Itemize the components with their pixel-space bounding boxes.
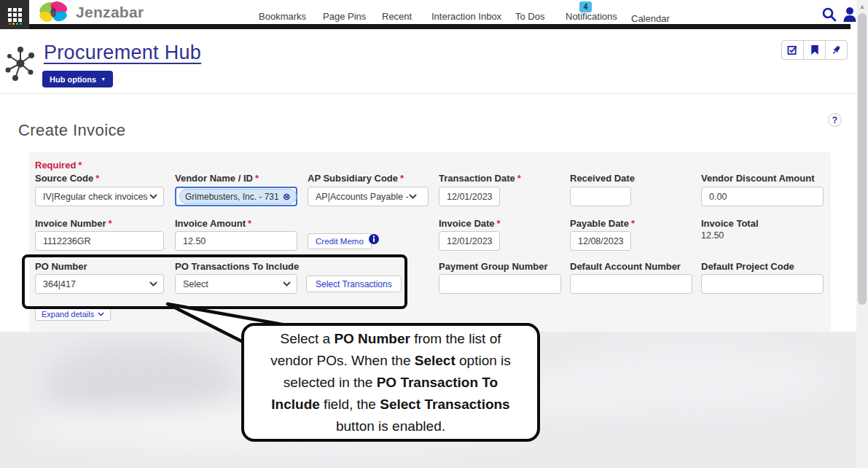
section-title: Create Invoice [18,121,125,140]
chevron-down-icon [149,194,157,199]
grid-icon [8,8,22,22]
bookmark-icon [810,44,819,55]
invoice-date-label: Invoice Date* [439,218,501,229]
chevron-down-icon [409,194,417,199]
scroll-up-button[interactable]: ▲ [856,1,868,12]
brand-logo[interactable]: Jenzabar [35,0,144,24]
payment-group-input[interactable] [439,274,561,294]
chevron-down-icon: ▼ [101,77,106,82]
hub-options-button[interactable]: Hub options ▼ [42,71,113,87]
chevron-down-icon [98,312,104,316]
check-square-icon [787,44,798,55]
header-black-bar [0,24,851,29]
butterfly-icon [35,1,73,24]
header-divider [0,93,856,94]
person-icon [842,6,857,23]
received-date-input[interactable] [570,187,631,206]
chevron-down-icon [283,281,291,286]
invoice-amount-label: Invoice Amount* [175,218,251,229]
invoice-number-label: Invoice Number* [35,218,112,229]
payable-date-input[interactable] [570,231,631,251]
grid-color-dots [9,23,22,25]
vendor-discount-input[interactable] [701,187,824,206]
source-code-select[interactable]: IV|Regular check invoices [35,187,164,206]
po-number-label: PO Number [35,261,87,272]
hub-options-label: Hub options [50,75,96,84]
credit-memo-button[interactable]: Credit Memo [308,233,372,249]
ap-subsidiary-select[interactable]: AP|Accounts Payable - Pr [308,187,429,206]
nav-bookmarks[interactable]: Bookmarks [259,11,306,22]
payable-date-label: Payable Date* [570,218,635,229]
default-project-input[interactable] [701,274,824,294]
invoice-total-value: 12.50 [701,230,724,241]
po-number-select[interactable]: 364|417 [35,274,164,294]
search-icon [821,7,837,23]
callout-bubble: Select a PO Number from the list of vend… [241,323,540,442]
source-code-label: Source Code* [35,173,99,184]
jenzabar-procurement-page: Jenzabar Bookmarks Page Pins Recent Inte… [0,0,868,468]
chevron-down-icon [149,281,157,286]
po-transactions-select[interactable]: Select [175,274,297,294]
app-launcher-button[interactable] [0,0,29,29]
callout-text: Select a PO Number from the list of vend… [244,324,537,442]
info-icon [369,234,379,244]
invoice-total-label: Invoice Total [701,218,759,229]
account-button[interactable] [842,6,857,26]
expand-details-label: Expand details [42,310,94,319]
vendor-chip: Grimebusters, Inc. - 731 ⊗ [179,189,297,204]
chip-remove-button[interactable]: ⊗ [283,192,291,201]
nav-calendar[interactable]: Calendar [631,13,670,24]
hub-icon [4,44,36,83]
search-button[interactable] [821,7,837,26]
vendor-discount-label: Vendor Discount Amount [701,173,815,184]
po-transactions-label: PO Transactions To Include [175,261,299,272]
select-transactions-button[interactable]: Select Transactions [306,276,402,292]
help-button[interactable]: ? [828,113,842,127]
tasks-button[interactable] [781,40,804,60]
nav-page-pins[interactable]: Page Pins [323,11,366,22]
received-date-label: Received Date [570,173,635,184]
nav-interaction-inbox[interactable]: Interaction Inbox [431,11,501,22]
expand-details-button[interactable]: Expand details [35,307,111,321]
default-account-input[interactable] [570,274,692,294]
transaction-date-input[interactable] [439,187,500,206]
vendor-input[interactable]: Grimebusters, Inc. - 731 ⊗ [175,187,297,206]
invoice-date-input[interactable] [439,231,500,251]
brand-text: Jenzabar [76,4,144,21]
ap-subsidiary-label: AP Subsidiary Code* [308,173,404,184]
hub-title-link[interactable]: Procurement Hub [44,42,201,64]
invoice-number-input[interactable] [35,231,164,251]
payment-group-label: Payment Group Number [439,261,548,272]
default-account-label: Default Account Number [570,261,681,272]
nav-recent[interactable]: Recent [382,11,412,22]
pin-button[interactable] [825,40,848,60]
required-note: Required* [35,160,82,171]
pushpin-icon [831,44,842,55]
notifications-count-badge: 4 [579,1,592,12]
bookmark-button[interactable] [803,40,826,60]
scrollbar-thumb[interactable] [858,13,867,305]
transaction-date-label: Transaction Date* [439,173,521,184]
invoice-amount-input[interactable] [175,231,297,251]
page-action-buttons [781,40,848,60]
default-project-label: Default Project Code [701,261,794,272]
vendor-label: Vendor Name / ID* [175,173,259,184]
credit-memo-info-button[interactable] [369,234,379,247]
nav-notifications[interactable]: Notifications [566,11,617,22]
asterisk: * [78,160,82,171]
nav-to-dos[interactable]: To Dos [515,11,544,22]
